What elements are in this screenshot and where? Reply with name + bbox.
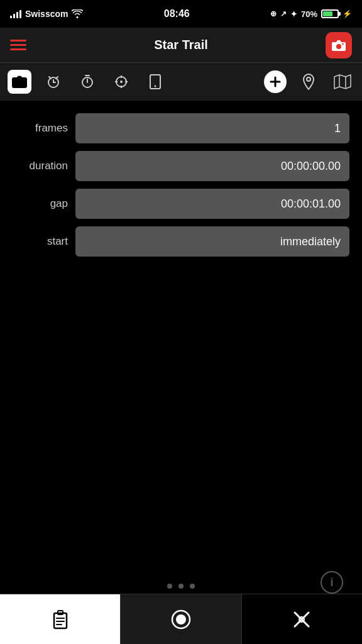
status-bar: Swisscom 08:46 ⊕ ↗ ✦ 70% ⚡ [0, 0, 362, 28]
tab-clipboard[interactable] [0, 594, 120, 644]
start-label: start [13, 235, 75, 248]
svg-point-26 [176, 614, 186, 625]
svg-rect-2 [342, 43, 344, 45]
battery-label: 70% [301, 9, 317, 19]
svg-point-17 [307, 77, 310, 81]
toolbar-alarm-icon[interactable] [41, 70, 65, 94]
tab-record[interactable] [121, 594, 241, 644]
gap-input[interactable]: 00:00:01.00 [75, 189, 349, 219]
toolbar-crosshair-icon[interactable] [109, 70, 133, 94]
svg-point-1 [336, 44, 341, 49]
charging-icon: ⚡ [343, 9, 352, 18]
carrier-label: Swisscom [25, 9, 68, 19]
svg-point-12 [120, 80, 123, 83]
nav-bar: Star Trail [0, 28, 362, 63]
main-content: frames 1 duration 00:00:00.00 gap 00:00:… [0, 101, 362, 277]
menu-button[interactable] [10, 40, 26, 50]
tab-bar [0, 594, 362, 644]
toolbar-timer-icon[interactable] [75, 70, 99, 94]
svg-point-4 [17, 80, 22, 85]
start-row: start immediately [0, 226, 362, 257]
frames-label: frames [13, 122, 75, 135]
dot-2[interactable] [178, 584, 184, 589]
toolbar-camera-icon[interactable] [8, 70, 31, 94]
toolbar [0, 63, 362, 101]
signal-icon [10, 9, 21, 18]
wifi-icon [72, 9, 83, 18]
gap-label: gap [13, 197, 75, 210]
page-title: Star Trail [154, 38, 208, 52]
duration-label: duration [13, 160, 75, 172]
toolbar-phone-icon[interactable] [143, 70, 167, 94]
location-icon: ⊕ [270, 9, 277, 18]
status-right: ⊕ ↗ ✦ 70% ⚡ [270, 9, 352, 19]
toolbar-location-icon[interactable] [297, 70, 321, 94]
duration-row: duration 00:00:00.00 [0, 151, 362, 181]
info-button[interactable]: i [321, 571, 343, 594]
svg-point-14 [155, 85, 156, 87]
status-time: 08:46 [164, 8, 190, 19]
toolbar-map-icon[interactable] [331, 70, 354, 94]
status-left: Swisscom [10, 9, 83, 19]
gap-row: gap 00:00:01.00 [0, 189, 362, 219]
toolbar-add-button[interactable] [264, 70, 287, 93]
bluetooth-icon: ✦ [290, 9, 297, 19]
frames-row: frames 1 [0, 113, 362, 143]
dot-3[interactable] [190, 584, 195, 589]
dot-1[interactable] [167, 584, 172, 589]
start-input[interactable]: immediately [75, 226, 349, 257]
camera-button[interactable] [326, 32, 352, 58]
arrow-icon: ↗ [280, 9, 287, 18]
battery-icon [321, 9, 339, 18]
duration-input[interactable]: 00:00:00.00 [75, 151, 349, 181]
tab-tools[interactable] [242, 594, 362, 644]
frames-input[interactable]: 1 [75, 113, 349, 143]
pagination-dots [0, 584, 362, 589]
